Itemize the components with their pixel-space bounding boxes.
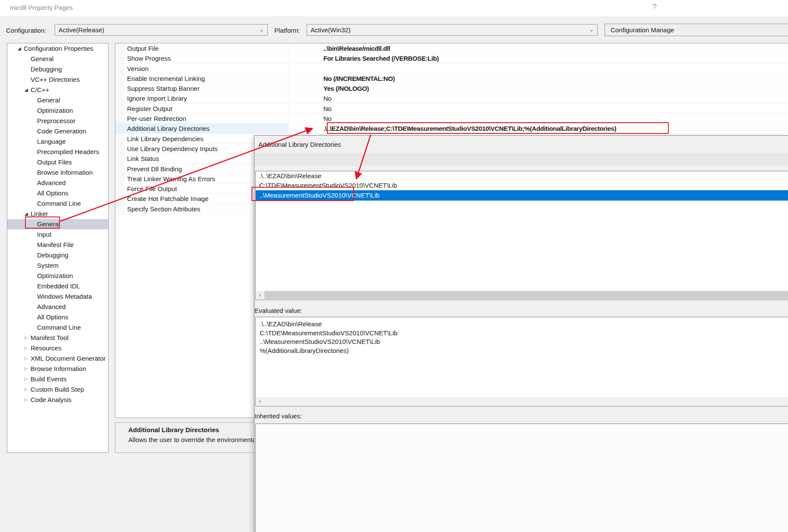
tree-item-debugging[interactable]: Debugging [7, 64, 108, 74]
tree-item-output-files[interactable]: Output Files [7, 157, 108, 167]
configuration-dropdown[interactable]: Active(Release) ⌄ [55, 24, 268, 36]
evaluated-value-label: Evaluated value: [254, 307, 302, 314]
tree-item-label: Resources [31, 343, 62, 353]
window-titlebar [0, 0, 788, 16]
tree-item-general[interactable]: General [7, 95, 108, 105]
tree-collapsed-icon[interactable]: ▷ [25, 374, 28, 384]
tree-item-xml-document-generator[interactable]: ▷XML Document Generator [7, 353, 108, 364]
tree-item-all-options[interactable]: All Options [7, 188, 108, 198]
tree-item-vc-directories[interactable]: VC++ Directories [7, 74, 108, 85]
tree-expanded-icon[interactable]: ◢ [18, 43, 21, 54]
tree-item-general[interactable]: General [7, 219, 108, 229]
tree-collapsed-icon[interactable]: ▷ [25, 353, 28, 364]
tree-item-label: Linker [31, 209, 48, 219]
tree-expanded-icon[interactable]: ◢ [25, 85, 28, 95]
tree-item-label: Manifest File [37, 240, 74, 250]
tree-item-system[interactable]: System [7, 260, 108, 271]
tree-item-manifest-tool[interactable]: ▷Manifest Tool [7, 333, 108, 343]
tree-item-resources[interactable]: ▷Resources [7, 343, 108, 353]
property-value[interactable]: .\..\EZAD\bin\Release;C:\TDE\Measurement… [323, 124, 616, 133]
tree-item-build-events[interactable]: ▷Build Events [7, 374, 108, 384]
tree-item-code-analysis[interactable]: ▷Code Analysis [7, 395, 108, 405]
directory-list-item[interactable]: ..\MeasurementStudioVS2010\VCNET\Lib [256, 190, 788, 201]
tree-item-general[interactable]: General [7, 54, 108, 64]
tree-item-label: Precompiled Headers [37, 147, 99, 157]
tree-item-optimization[interactable]: Optimization [7, 105, 108, 116]
property-row-suppress-startup-banner[interactable]: Suppress Startup BannerYes (/NOLOGO) [115, 84, 788, 93]
tree-item-browse-information[interactable]: ▷Browse Information [7, 364, 108, 374]
platform-dropdown[interactable]: Active(Win32) ⌄ [307, 24, 598, 36]
tree-item-label: Configuration Properties [24, 43, 93, 54]
property-value[interactable]: Yes (/NOLOGO) [323, 84, 369, 93]
property-row-ignore-import-library[interactable]: Ignore Import LibraryNo [115, 93, 788, 103]
property-row-enable-incremental-linking[interactable]: Enable Incremental LinkingNo (/INCREMENT… [115, 74, 788, 84]
tree-item-command-line[interactable]: Command Line [7, 198, 108, 209]
scrollbar-thumb[interactable] [264, 291, 788, 299]
tree-item-label: Manifest Tool [31, 333, 68, 343]
property-value[interactable]: For Libraries Searched (/VERBOSE:Lib) [323, 53, 439, 63]
tree-item-optimization[interactable]: Optimization [7, 271, 108, 281]
tree-item-linker[interactable]: ◢Linker [7, 209, 108, 219]
property-row-output-file[interactable]: Output File..\bin\Release/micdll.dll [115, 43, 788, 53]
tree-item-manifest-file[interactable]: Manifest File [7, 240, 108, 250]
tree-collapsed-icon[interactable]: ▷ [25, 343, 28, 353]
tree-item-input[interactable]: Input [7, 229, 108, 240]
tree-item-label: Embedded IDL [37, 281, 80, 291]
property-name: Enable Incremental Linking [127, 74, 205, 84]
tree-collapsed-icon[interactable]: ▷ [25, 395, 28, 405]
tree-collapsed-icon[interactable]: ▷ [25, 384, 28, 395]
directories-list[interactable]: .\..\EZAD\bin\ReleaseC:\TDE\MeasurementS… [255, 171, 788, 300]
property-value[interactable]: No [323, 104, 331, 114]
platform-dropdown-value: Active(Win32) [310, 26, 351, 34]
tree-item-c-c-[interactable]: ◢C/C++ [7, 85, 108, 95]
tree-item-label: Optimization [37, 105, 73, 116]
directory-list-item[interactable]: C:\TDE\MeasurementStudioVS2010\VCNET\Lib [256, 181, 788, 190]
tree-collapsed-icon[interactable]: ▷ [25, 364, 28, 374]
tree-item-label: Code Analysis [31, 395, 71, 405]
property-row-version[interactable]: Version [115, 64, 788, 74]
property-name: Per-user Redirection [127, 114, 186, 124]
tree-item-label: Output Files [37, 157, 72, 167]
tree-item-configuration-properties[interactable]: ◢Configuration Properties [7, 43, 108, 54]
tree-item-browse-information[interactable]: Browse Information [7, 167, 108, 178]
scroll-left-icon[interactable]: ‹ [256, 291, 264, 299]
tree-item-label: General [37, 95, 60, 105]
tree-item-label: VC++ Directories [31, 74, 80, 85]
tree-expanded-icon[interactable]: ◢ [25, 209, 28, 219]
directory-list-item[interactable]: .\..\EZAD\bin\Release [256, 171, 788, 181]
tree-collapsed-icon[interactable]: ▷ [25, 333, 28, 343]
property-row-additional-library-directories[interactable]: Additional Library Directories.\..\EZAD\… [115, 124, 788, 133]
tree-item-label: All Options [37, 312, 68, 322]
scroll-left-icon[interactable]: ‹ [256, 397, 264, 405]
tree-item-advanced[interactable]: Advanced [7, 178, 108, 188]
tree-item-label: General [37, 219, 60, 229]
tree-item-embedded-idl[interactable]: Embedded IDL [7, 281, 108, 291]
inherited-values-box[interactable] [255, 424, 788, 532]
evaluated-horizontal-scrollbar[interactable]: ‹ [256, 397, 788, 405]
configuration-manager-button[interactable]: Configuration Manage [605, 24, 788, 36]
tree-item-code-generation[interactable]: Code Generation [7, 126, 108, 136]
property-row-register-output[interactable]: Register OutputNo [115, 104, 788, 114]
property-row-per-user-redirection[interactable]: Per-user RedirectionNo [115, 114, 788, 124]
list-horizontal-scrollbar[interactable]: ‹ [256, 291, 788, 299]
property-value[interactable]: ..\bin\Release/micdll.dll [323, 43, 390, 53]
property-value[interactable]: No [323, 114, 331, 124]
tree-item-precompiled-headers[interactable]: Precompiled Headers [7, 147, 108, 157]
tree-item-label: Optimization [37, 271, 73, 281]
tree-item-language[interactable]: Language [7, 136, 108, 147]
property-row-show-progress[interactable]: Show ProgressFor Libraries Searched (/VE… [115, 53, 788, 63]
property-value[interactable]: No (/INCREMENTAL:NO) [323, 74, 395, 84]
popup-title: Additional Library Directories [258, 141, 341, 148]
tree-item-custom-build-step[interactable]: ▷Custom Build Step [7, 384, 108, 395]
tree-item-debugging[interactable]: Debugging [7, 250, 108, 260]
tree-item-command-line[interactable]: Command Line [7, 322, 108, 333]
tree-item-label: Preprocessor [37, 116, 75, 126]
tree-item-all-options[interactable]: All Options [7, 312, 108, 322]
tree-item-windows-metadata[interactable]: Windows Metadata [7, 291, 108, 302]
tree-item-label: Debugging [37, 250, 68, 260]
tree-item-advanced[interactable]: Advanced [7, 302, 108, 312]
property-value[interactable]: No [323, 93, 331, 103]
tree-item-preprocessor[interactable]: Preprocessor [7, 116, 108, 126]
evaluated-value-box[interactable]: .\..\EZAD\bin\Release C:\TDE\Measurement… [255, 317, 788, 406]
help-icon[interactable]: ? [649, 3, 660, 12]
